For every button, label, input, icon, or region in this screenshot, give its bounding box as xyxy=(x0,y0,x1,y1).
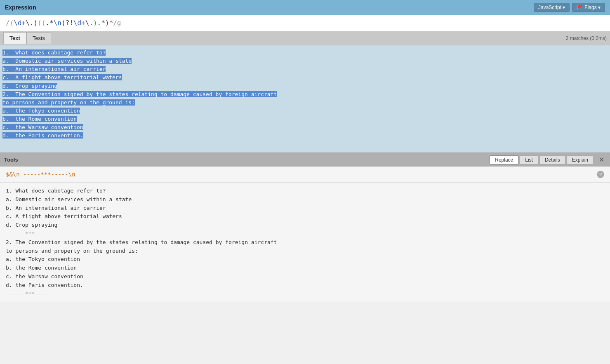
output-line: b. An international air carrier xyxy=(6,205,106,211)
regex-escape-d2: \d+ xyxy=(73,19,85,27)
tabs-bar: Text Tests 2 matches (0.2ms) xyxy=(0,31,610,45)
tools-buttons: Replace List Details Explain ✕ xyxy=(490,155,606,164)
details-button[interactable]: Details xyxy=(539,155,565,164)
list-button[interactable]: List xyxy=(520,155,538,164)
matches-info: 2 matches (0.2ms) xyxy=(566,35,607,41)
tabs-left: Text Tests xyxy=(3,32,51,44)
replace-area: ? xyxy=(0,167,610,183)
explain-button[interactable]: Explain xyxy=(567,155,594,164)
regex-paren2: (( xyxy=(38,19,45,27)
regex-end-slash: /g xyxy=(113,19,121,27)
regex-star: * xyxy=(109,19,113,27)
match2: 2. The Convention signed by the states r… xyxy=(2,91,277,139)
regex-dot1: \.) xyxy=(26,19,38,27)
header-buttons: JavaScript ▾ 🚩 Flags ▾ xyxy=(534,3,605,12)
output-line: 1. What does cabotage refer to? xyxy=(6,188,106,194)
tab-text[interactable]: Text xyxy=(3,32,26,44)
regex-start-slash: / xyxy=(6,19,10,27)
output-line: d. the Paris convention. xyxy=(6,282,83,288)
tab-tests[interactable]: Tests xyxy=(26,32,51,44)
flag-icon: 🚩 xyxy=(577,5,583,10)
output-line: to persons and property on the ground is… xyxy=(6,248,138,254)
regex-escape-d: \d+ xyxy=(14,19,26,27)
regex-dot3: \. xyxy=(85,19,93,27)
tools-header: Tools Replace List Details Explain ✕ xyxy=(0,153,610,167)
output-line: c. A flight above territorial waters xyxy=(6,213,122,219)
replace-input[interactable] xyxy=(6,171,597,178)
output-line: 2. The Convention signed by the states r… xyxy=(6,239,277,245)
output-line: c. the Warsaw convention xyxy=(6,273,83,279)
tools-title: Tools xyxy=(4,157,18,163)
javascript-button[interactable]: JavaScript ▾ xyxy=(534,3,570,12)
app-title: Expression xyxy=(5,4,36,11)
help-icon[interactable]: ? xyxy=(597,171,604,178)
regex-bracket: ) xyxy=(93,19,97,27)
match1: 1. What does cabotage refer to? a. Domes… xyxy=(2,49,132,89)
replace-button[interactable]: Replace xyxy=(490,155,518,164)
flags-button[interactable]: 🚩 Flags ▾ xyxy=(572,3,605,12)
output-separator: -----***----- xyxy=(6,291,51,297)
regex-open-paren1: ( xyxy=(10,19,14,27)
output-line: d. Crop spraying xyxy=(6,222,57,228)
close-button[interactable]: ✕ xyxy=(597,156,606,164)
regex-dot2: .* xyxy=(45,19,53,27)
output-line: a. the Tokyo convention xyxy=(6,256,80,262)
regex-rest: .*) xyxy=(97,19,109,27)
regex-neg: (?! xyxy=(61,19,73,27)
output-line: a. Domestic air services within a state xyxy=(6,196,132,202)
output-separator: -----***----- xyxy=(6,230,51,237)
text-area[interactable]: 1. What does cabotage refer to? a. Domes… xyxy=(0,45,610,153)
output-area: 1. What does cabotage refer to? a. Domes… xyxy=(0,183,610,302)
regex-newline: \n xyxy=(54,19,61,27)
header-bar: Expression JavaScript ▾ 🚩 Flags ▾ xyxy=(0,0,610,15)
regex-bar: /(\d+\.)((.*\n(?!\d+\.).*)*/g xyxy=(0,15,610,31)
output-line: b. the Rome convention xyxy=(6,265,77,271)
